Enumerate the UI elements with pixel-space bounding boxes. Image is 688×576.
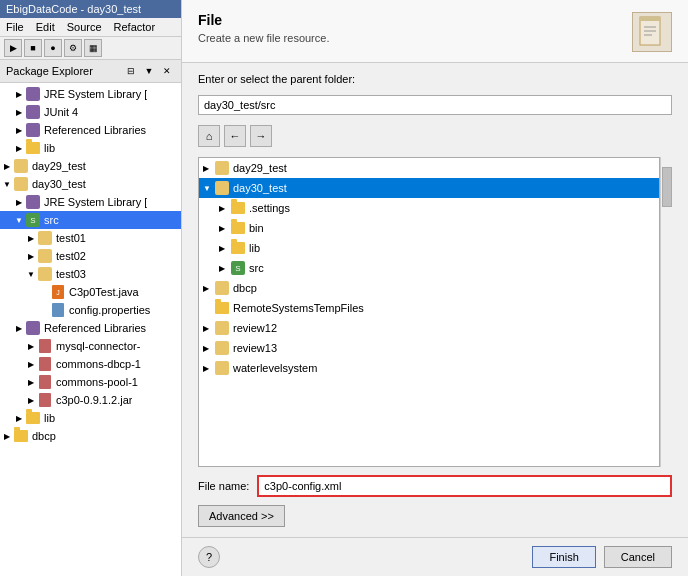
folder-input[interactable] <box>198 95 672 115</box>
cancel-button[interactable]: Cancel <box>604 546 672 568</box>
tree-item-label: day30_test <box>233 182 287 194</box>
tree-item-label: .settings <box>249 202 290 214</box>
tree-item-icon <box>37 248 53 264</box>
toolbar-btn-2[interactable]: ■ <box>24 39 42 57</box>
ide-tree-item-jre2[interactable]: ▶JRE System Library [ <box>0 193 181 211</box>
tree-item-label: commons-pool-1 <box>56 376 138 388</box>
nav-back-btn[interactable]: ← <box>224 125 246 147</box>
toolbar-btn-3[interactable]: ● <box>44 39 62 57</box>
nav-home-btn[interactable]: ⌂ <box>198 125 220 147</box>
tree-item-label: test03 <box>56 268 86 280</box>
finish-button[interactable]: Finish <box>532 546 595 568</box>
tree-arrow: ▶ <box>14 197 24 207</box>
dialog-tree-item-day29_test[interactable]: ▶day29_test <box>199 158 659 178</box>
tree-item-label: waterlevelsystem <box>233 362 317 374</box>
tree-arrow: ▶ <box>14 413 24 423</box>
tree-item-icon <box>215 161 229 175</box>
tree-item-label: day29_test <box>32 160 86 172</box>
ide-tree-item-config[interactable]: config.properties <box>0 301 181 319</box>
dialog-tree-item-day30_test[interactable]: ▼day30_test <box>199 178 659 198</box>
tree-scrollbar[interactable] <box>660 157 672 467</box>
tree-item-icon <box>25 140 41 156</box>
ide-tree-item-dbcp[interactable]: ▶commons-dbcp-1 <box>0 355 181 373</box>
ide-tree-item-reflibs1[interactable]: ▶Referenced Libraries <box>0 121 181 139</box>
tree-arrow: ▶ <box>14 107 24 117</box>
dialog-tree-item-review13[interactable]: ▶review13 <box>199 338 659 358</box>
ide-tree-item-mysql[interactable]: ▶mysql-connector- <box>0 337 181 355</box>
tree-arrow: ▶ <box>203 324 213 333</box>
ide-tree-item-day29_test[interactable]: ▶day29_test <box>0 157 181 175</box>
tree-item-icon <box>37 356 53 372</box>
advanced-button[interactable]: Advanced >> <box>198 505 285 527</box>
tree-item-label: test01 <box>56 232 86 244</box>
ide-tree-item-pool[interactable]: ▶commons-pool-1 <box>0 373 181 391</box>
pe-collapse-btn[interactable]: ⊟ <box>123 63 139 79</box>
tree-arrow: ▶ <box>14 89 24 99</box>
tree-item-icon <box>37 266 53 282</box>
dialog-tree-item-waterlevelsystem[interactable]: ▶waterlevelsystem <box>199 358 659 378</box>
tree-item-icon <box>25 122 41 138</box>
tree-arrow: ▶ <box>2 431 12 441</box>
dialog-tree-item-src[interactable]: ▶Ssrc <box>199 258 659 278</box>
menu-refactor[interactable]: Refactor <box>112 20 158 34</box>
tree-arrow: ▶ <box>219 244 229 253</box>
tree-arrow: ▶ <box>26 377 36 387</box>
tree-item-icon <box>13 176 29 192</box>
dialog-tree-item-dbcp[interactable]: ▶dbcp <box>199 278 659 298</box>
ide-tree-item-reflibs2[interactable]: ▶Referenced Libraries <box>0 319 181 337</box>
ide-tree-item-day30_test[interactable]: ▼day30_test <box>0 175 181 193</box>
dialog-tree-item-settings[interactable]: ▶.settings <box>199 198 659 218</box>
ide-tree-item-test02[interactable]: ▶test02 <box>0 247 181 265</box>
dialog-tree-item-review12[interactable]: ▶review12 <box>199 318 659 338</box>
ide-tree-item-jre1[interactable]: ▶JRE System Library [ <box>0 85 181 103</box>
ide-tree-item-c3p0test[interactable]: JC3p0Test.java <box>0 283 181 301</box>
menu-source[interactable]: Source <box>65 20 104 34</box>
toolbar-btn-1[interactable]: ▶ <box>4 39 22 57</box>
nav-forward-btn[interactable]: → <box>250 125 272 147</box>
tree-item-icon <box>37 392 53 408</box>
tree-arrow: ▶ <box>219 224 229 233</box>
tree-item-label: c3p0-0.9.1.2.jar <box>56 394 132 406</box>
dialog-tree-item-remote[interactable]: RemoteSystemsTempFiles <box>199 298 659 318</box>
ide-tree-item-src[interactable]: ▼Ssrc <box>0 211 181 229</box>
help-button[interactable]: ? <box>198 546 220 568</box>
tree-item-icon <box>231 202 245 214</box>
tree-item-label: JRE System Library [ <box>44 196 147 208</box>
tree-item-label: Referenced Libraries <box>44 124 146 136</box>
toolbar-btn-4[interactable]: ⚙ <box>64 39 82 57</box>
ide-tree-item-dbcp2[interactable]: ▶dbcp <box>0 427 181 445</box>
ide-tree-item-lib2[interactable]: ▶lib <box>0 409 181 427</box>
tree-arrow: ▶ <box>14 323 24 333</box>
dialog-tree-item-bin[interactable]: ▶bin <box>199 218 659 238</box>
tree-item-label: commons-dbcp-1 <box>56 358 141 370</box>
tree-arrow: ▼ <box>14 215 24 225</box>
ide-tree-item-junit4[interactable]: ▶JUnit 4 <box>0 103 181 121</box>
tree-item-label: test02 <box>56 250 86 262</box>
ide-tree-item-test03[interactable]: ▼test03 <box>0 265 181 283</box>
tree-arrow: ▶ <box>26 341 36 351</box>
tree-item-label: src <box>249 262 264 274</box>
tree-arrow: ▼ <box>203 184 213 193</box>
dialog-tree-item-lib[interactable]: ▶lib <box>199 238 659 258</box>
package-explorer-title: Package Explorer <box>6 65 93 77</box>
ide-tree-item-c3p0jar[interactable]: ▶c3p0-0.9.1.2.jar <box>0 391 181 409</box>
filename-input[interactable] <box>257 475 672 497</box>
toolbar-btn-5[interactable]: ▦ <box>84 39 102 57</box>
ide-tree-item-lib1[interactable]: ▶lib <box>0 139 181 157</box>
footer-left: ? <box>198 546 220 568</box>
scrollbar-thumb[interactable] <box>662 167 672 207</box>
tree-arrow: ▶ <box>26 359 36 369</box>
pe-close-btn[interactable]: ✕ <box>159 63 175 79</box>
tree-item-icon <box>13 158 29 174</box>
menu-edit[interactable]: Edit <box>34 20 57 34</box>
tree-item-icon <box>215 361 229 375</box>
tree-item-icon <box>215 341 229 355</box>
menu-file[interactable]: File <box>4 20 26 34</box>
tree-item-icon <box>37 374 53 390</box>
ide-toolbar: ▶ ■ ● ⚙ ▦ <box>0 37 181 60</box>
tree-item-icon <box>25 410 41 426</box>
tree-item-label: dbcp <box>32 430 56 442</box>
tree-item-icon <box>25 86 41 102</box>
ide-tree-item-test01[interactable]: ▶test01 <box>0 229 181 247</box>
pe-menu-btn[interactable]: ▼ <box>141 63 157 79</box>
